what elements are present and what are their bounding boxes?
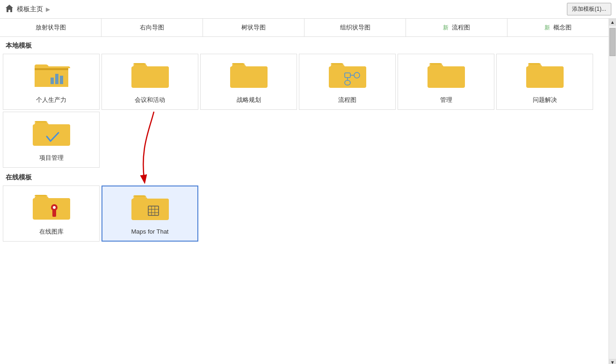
breadcrumb-text[interactable]: 模板主页 <box>17 5 43 14</box>
local-templates-heading: 本地模板 <box>0 37 609 53</box>
scrollbar[interactable]: ▲ ▼ <box>609 19 616 364</box>
template-meetings[interactable]: 会议和活动 <box>101 54 198 110</box>
template-label-maps: Maps for That <box>131 228 169 235</box>
template-project-management[interactable]: 项目管理 <box>3 112 100 168</box>
template-label-management: 管理 <box>440 96 452 104</box>
template-flowchart[interactable]: 流程图 <box>299 54 396 110</box>
template-online-gallery[interactable]: 在线图库 <box>3 186 100 242</box>
template-problem-solving[interactable]: 问题解决 <box>496 54 593 110</box>
online-templates-heading: 在线模板 <box>0 169 609 185</box>
svg-point-10 <box>53 206 56 209</box>
new-badge-concept: 新 <box>544 24 550 31</box>
svg-rect-0 <box>51 78 54 84</box>
nav-item-org[interactable]: 组织状导图 <box>304 19 406 36</box>
nav-label-radial: 放射状导图 <box>36 24 66 31</box>
content-area[interactable]: 放射状导图 右向导图 树状导图 组织状导图 新 流程图 新 概念图 本地模板 <box>0 19 609 364</box>
local-templates-grid: 个人生产力 会议和活动 战略规划 <box>0 53 609 111</box>
main-container: 放射状导图 右向导图 树状导图 组织状导图 新 流程图 新 概念图 本地模板 <box>0 19 616 364</box>
nav-item-tree[interactable]: 树状导图 <box>203 19 304 36</box>
folder-plain-icon-problem <box>526 60 564 90</box>
scrollbar-track[interactable] <box>609 26 616 359</box>
template-strategy[interactable]: 战略规划 <box>200 54 297 110</box>
folder-grid-icon <box>131 192 169 222</box>
template-label-strategy: 战略规划 <box>237 96 261 104</box>
folder-check-icon <box>33 118 70 148</box>
template-label-gallery: 在线图库 <box>39 228 64 236</box>
template-maps-for-that[interactable]: Maps for That <box>101 186 198 242</box>
new-badge-flow: 新 <box>443 24 449 31</box>
local-templates-grid-row2: 项目管理 <box>0 111 609 169</box>
template-label-meetings: 会议和活动 <box>135 96 165 104</box>
nav-item-right[interactable]: 右向导图 <box>101 19 203 36</box>
nav-label-right: 右向导图 <box>140 24 164 31</box>
nav-label-flow: 流程图 <box>452 24 470 31</box>
nav-item-flow[interactable]: 新 流程图 <box>406 19 507 36</box>
online-templates-grid: 在线图库 Maps for That <box>0 185 609 243</box>
template-label-personal: 个人生产力 <box>36 96 66 104</box>
breadcrumb-arrow: ▶ <box>46 6 50 13</box>
template-management[interactable]: 管理 <box>398 54 494 110</box>
scrollbar-thumb[interactable] <box>609 28 616 56</box>
svg-rect-1 <box>55 74 58 84</box>
add-template-button[interactable]: 添加模板(1)... <box>567 3 611 15</box>
folder-plain-icon-management <box>428 60 465 90</box>
template-label-problem: 问题解决 <box>533 96 557 104</box>
template-label-project: 项目管理 <box>39 154 64 162</box>
nav-label-concept: 概念图 <box>553 24 572 31</box>
nav-item-radial[interactable]: 放射状导图 <box>0 19 101 36</box>
template-label-flowchart: 流程图 <box>338 96 356 104</box>
template-personal-productivity[interactable]: 个人生产力 <box>3 54 100 110</box>
home-icon[interactable] <box>5 4 14 14</box>
folder-chart-icon <box>33 60 70 90</box>
scrollbar-down-button[interactable]: ▼ <box>609 359 616 364</box>
top-nav: 放射状导图 右向导图 树状导图 组织状导图 新 流程图 新 概念图 <box>0 19 609 37</box>
header-left: 模板主页 ▶ <box>5 4 50 14</box>
folder-plain-icon-meetings <box>131 60 169 90</box>
nav-label-tree: 树状导图 <box>241 24 266 31</box>
svg-rect-2 <box>60 76 63 84</box>
folder-plain-icon-strategy <box>230 60 268 90</box>
folder-red-mark-icon <box>33 192 70 222</box>
nav-item-concept[interactable]: 新 概念图 <box>507 19 609 36</box>
folder-flow-icon <box>329 60 366 90</box>
scrollbar-up-button[interactable]: ▲ <box>609 19 616 26</box>
nav-label-org: 组织状导图 <box>340 24 370 31</box>
header: 模板主页 ▶ 添加模板(1)... <box>0 0 616 19</box>
